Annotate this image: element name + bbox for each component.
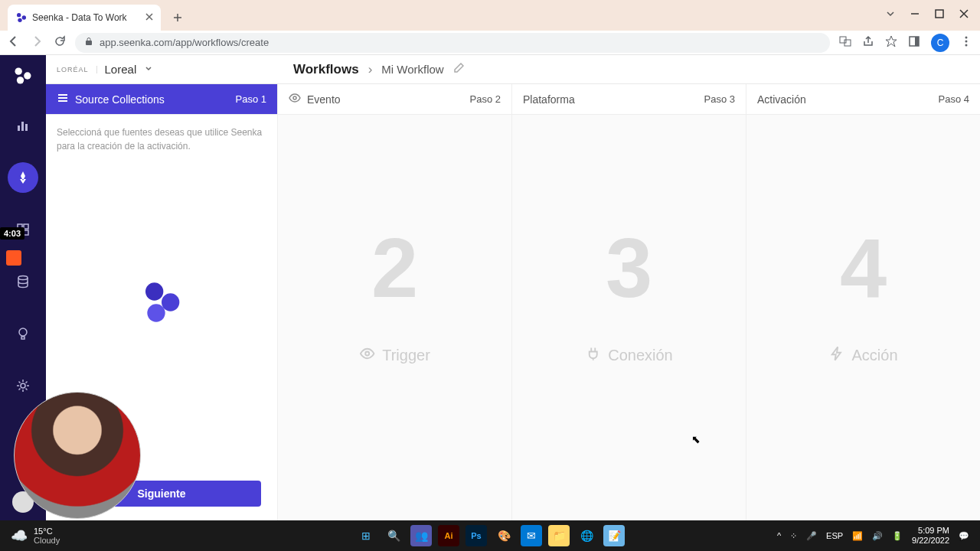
close-window-icon[interactable] <box>959 8 969 22</box>
notifications-icon[interactable]: 💬 <box>959 531 969 541</box>
clock[interactable]: 5:09 PM 9/22/2022 <box>912 526 949 546</box>
minimize-icon[interactable] <box>910 8 920 22</box>
language-indicator[interactable]: ESP <box>826 531 843 540</box>
brand-logo-text: LORÉAL <box>57 66 97 73</box>
reload-icon[interactable] <box>54 35 66 51</box>
chevron-down-icon <box>144 63 153 77</box>
step-header-4[interactable]: Activación Paso 4 <box>746 84 980 115</box>
battery-icon[interactable]: 🔋 <box>892 531 903 541</box>
forward-icon[interactable] <box>31 35 43 51</box>
menu-icon[interactable] <box>960 35 972 51</box>
svg-point-24 <box>21 383 25 388</box>
browser-tab[interactable]: Seenka - Data To Work <box>8 5 161 31</box>
step-number: 2 <box>371 219 418 316</box>
figma-icon[interactable]: 🎨 <box>493 525 514 546</box>
panel-icon[interactable] <box>908 35 920 51</box>
browser-tab-bar: Seenka - Data To Work <box>0 0 980 31</box>
edit-icon[interactable] <box>453 62 464 77</box>
step-placeholder: Conexión <box>585 346 673 365</box>
nav-ideas[interactable] <box>8 318 38 349</box>
svg-rect-27 <box>58 100 67 102</box>
time: 5:09 PM <box>912 526 949 536</box>
step-plataforma: Plataforma Paso 3 3 Conexión <box>512 84 746 520</box>
app-header: LORÉAL Loreal Workflows › Mi Workflow <box>46 55 980 84</box>
new-tab-button[interactable] <box>167 7 188 28</box>
tray-mic-icon[interactable]: 🎤 <box>806 531 817 541</box>
mouse-cursor: ⬉ <box>691 433 701 445</box>
start-button[interactable]: ⊞ <box>355 525 377 546</box>
explorer-icon[interactable]: 📁 <box>548 525 570 546</box>
nav-data[interactable] <box>8 266 38 297</box>
address-bar[interactable]: app.seenka.com/app/workflows/create <box>75 33 830 53</box>
collection-icon <box>57 92 69 106</box>
taskbar-apps: ⊞ 🔍 👥 Ai Ps 🎨 ✉ 📁 🌐 📝 <box>355 525 625 546</box>
svg-point-9 <box>965 36 968 38</box>
svg-point-1 <box>22 15 26 19</box>
weather-widget[interactable]: ☁️ 15°C Cloudy <box>0 527 70 545</box>
wifi-icon[interactable]: 📶 <box>852 531 863 541</box>
step-header-2[interactable]: Evento Paso 2 <box>278 84 511 115</box>
notepad-icon[interactable]: 📝 <box>603 525 625 546</box>
date: 9/22/2022 <box>912 536 949 546</box>
step-number: 3 <box>606 219 652 316</box>
step-placeholder: Acción <box>828 346 897 365</box>
step-label: Paso 3 <box>704 93 735 105</box>
windows-taskbar: ☁️ 15°C Cloudy ⊞ 🔍 👥 Ai Ps 🎨 ✉ 📁 🌐 📝 ^ ⁘… <box>0 520 980 551</box>
brand-selector[interactable]: LORÉAL Loreal <box>46 63 278 77</box>
share-icon[interactable] <box>862 35 874 51</box>
mail-icon[interactable]: ✉ <box>521 525 542 546</box>
step-activacion: Activación Paso 4 4 Acción <box>746 84 980 520</box>
tray-sync-icon[interactable]: ⁘ <box>790 531 797 541</box>
step-title: Activación <box>757 93 806 106</box>
svg-point-23 <box>19 328 27 336</box>
svg-rect-25 <box>58 94 67 96</box>
recording-indicator <box>6 250 21 266</box>
illustrator-icon[interactable]: Ai <box>438 525 459 546</box>
step-placeholder: Trigger <box>359 346 430 365</box>
step-number: 4 <box>840 219 887 316</box>
step-evento: Evento Paso 2 2 Trigger <box>278 84 512 520</box>
app-logo[interactable] <box>10 63 36 89</box>
nav-analytics[interactable] <box>8 110 38 141</box>
step-label: Paso 4 <box>939 93 969 105</box>
chevron-down-icon[interactable] <box>885 8 896 22</box>
svg-rect-26 <box>58 97 67 99</box>
svg-rect-3 <box>936 10 943 18</box>
svg-point-10 <box>965 40 968 42</box>
svg-point-31 <box>293 96 296 99</box>
step-header-3[interactable]: Plataforma Paso 3 <box>512 84 746 115</box>
photoshop-icon[interactable]: Ps <box>466 525 487 546</box>
svg-rect-16 <box>21 122 24 131</box>
profile-avatar[interactable]: C <box>931 34 949 52</box>
svg-point-30 <box>147 304 165 321</box>
step-title: Source Collections <box>75 93 165 106</box>
teams-icon[interactable]: 👥 <box>410 525 432 546</box>
webcam-overlay <box>14 392 141 519</box>
step-label: Paso 2 <box>470 93 501 105</box>
close-tab-icon[interactable] <box>145 12 153 23</box>
cloud-icon: ☁️ <box>11 527 28 544</box>
star-icon[interactable] <box>885 35 897 51</box>
nav-workflows[interactable] <box>8 162 38 193</box>
svg-point-13 <box>24 72 31 79</box>
volume-icon[interactable]: 🔊 <box>872 531 883 541</box>
svg-point-0 <box>17 13 21 17</box>
svg-rect-15 <box>18 126 20 131</box>
svg-point-28 <box>145 282 163 300</box>
svg-point-12 <box>15 68 22 75</box>
eye-icon <box>359 346 374 365</box>
tray-chevron-icon[interactable]: ^ <box>777 531 781 540</box>
translate-icon[interactable] <box>839 35 851 51</box>
maximize-icon[interactable] <box>934 8 945 22</box>
nav-settings[interactable] <box>8 370 38 401</box>
chrome-icon[interactable]: 🌐 <box>576 525 597 546</box>
step-header-1[interactable]: Source Collections Paso 1 <box>46 84 277 115</box>
breadcrumb-current: Mi Workflow <box>381 63 443 76</box>
browser-url-bar: app.seenka.com/app/workflows/create C <box>0 31 980 55</box>
search-icon[interactable]: 🔍 <box>383 525 404 546</box>
step-description: Seleccioná que fuentes deseas que utilic… <box>46 115 277 164</box>
back-icon[interactable] <box>8 35 20 51</box>
breadcrumb-root[interactable]: Workflows <box>293 62 359 77</box>
svg-point-2 <box>18 18 21 22</box>
step-title: Evento <box>307 93 341 106</box>
